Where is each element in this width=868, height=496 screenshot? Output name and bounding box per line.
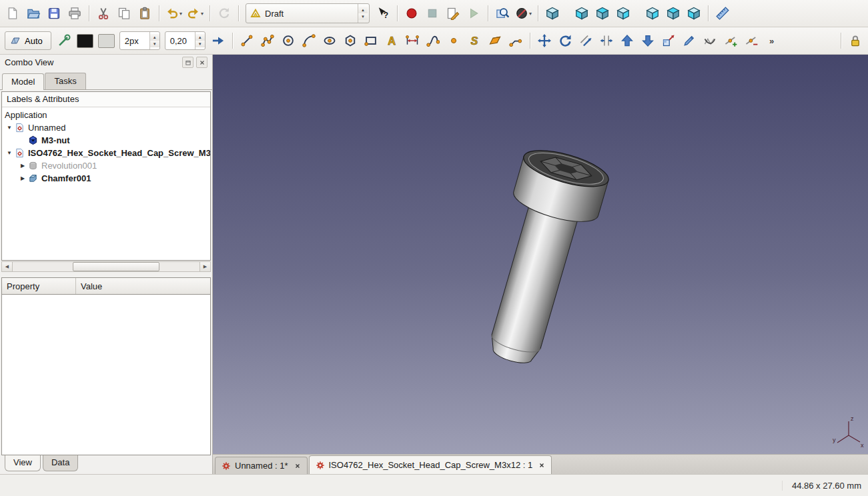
tree-item-iso4762-hex-socket-head-cap-screw-m3x12[interactable]: ▼ISO4762_Hex_Socket_Head_Cap_Screw_M3x12 — [2, 147, 210, 159]
print-button[interactable] — [65, 3, 85, 24]
expander-icon[interactable]: ▼ — [5, 150, 14, 156]
tree-item-application[interactable]: Application — [2, 109, 210, 121]
tree-item-revolution001[interactable]: ▶Revolution001 — [2, 159, 210, 172]
tree-item-m3-nut[interactable]: M3-nut — [2, 134, 210, 147]
tree-item-unnamed[interactable]: ▼Unnamed — [2, 121, 210, 134]
line-width-spinbox[interactable]: 2px▲▼ — [119, 31, 160, 50]
tree-item-chamfer001[interactable]: ▶Chamfer001 — [2, 172, 210, 185]
draft-offset-button[interactable] — [576, 30, 596, 51]
draft-downgrade-button[interactable] — [638, 30, 658, 51]
close-tab-button[interactable] — [294, 463, 301, 469]
draft-move-button[interactable] — [534, 30, 554, 51]
save-button[interactable] — [44, 3, 64, 24]
draft-wire-button[interactable] — [258, 30, 278, 51]
undo-button[interactable]: ▾ — [163, 3, 184, 24]
measure-distance-button[interactable] — [713, 3, 733, 24]
construction-mode-button[interactable] — [54, 30, 74, 51]
draft-text-button[interactable]: A — [382, 30, 402, 51]
draft-label-button[interactable] — [506, 30, 526, 51]
macro-stop-button[interactable] — [422, 3, 442, 24]
close-panel-button[interactable] — [196, 57, 207, 68]
redo-button[interactable]: ▾ — [185, 3, 205, 24]
dropdown-caret-icon[interactable]: ▾ — [201, 11, 203, 17]
draw-style-button[interactable]: ▾ — [513, 3, 534, 24]
document-tab-iso4762-hex-socket-head-cap-screw-m3x12-1[interactable]: ISO4762_Hex_Socket_Head_Cap_Screw_M3x12 … — [309, 455, 552, 474]
draft-polygon-button[interactable] — [340, 30, 360, 51]
spin-arrows-icon[interactable]: ▲▼ — [149, 32, 159, 49]
tab-data[interactable]: Data — [43, 455, 78, 471]
draft-ellipse-button[interactable] — [320, 30, 340, 51]
draft-rotate-button[interactable] — [555, 30, 575, 51]
document-tab-unnamed-1[interactable]: Unnamed : 1* — [215, 457, 308, 474]
view-axonometric-button[interactable] — [542, 3, 562, 24]
apply-style-button[interactable] — [208, 30, 228, 51]
refresh-button[interactable] — [214, 3, 234, 24]
tab-view[interactable]: View — [5, 455, 41, 471]
draft-rectangle-button[interactable] — [361, 30, 381, 51]
working-plane-button[interactable]: Auto — [5, 31, 51, 50]
dropdown-caret-icon[interactable]: ▾ — [529, 11, 532, 17]
copy-button[interactable] — [114, 3, 134, 24]
view-right-button[interactable] — [613, 3, 633, 24]
macro-edit-button[interactable] — [443, 3, 463, 24]
panel-splitter[interactable] — [0, 272, 212, 277]
font-size-spinbox[interactable]: 0,20▲▼ — [165, 31, 205, 50]
spin-arrows-icon[interactable]: ▲▼ — [358, 4, 368, 23]
spin-arrows-icon[interactable]: ▲▼ — [195, 32, 205, 49]
scroll-right-button[interactable]: ▶ — [199, 262, 210, 271]
draft-shapestring-button[interactable]: S — [464, 30, 484, 51]
draft-point-button[interactable] — [444, 30, 464, 51]
dropdown-caret-icon[interactable]: ▾ — [179, 11, 182, 17]
paste-button[interactable] — [135, 3, 155, 24]
draft-wire-to-bspline-button[interactable] — [700, 30, 720, 51]
draft-scale-button[interactable] — [659, 30, 679, 51]
fit-all-button[interactable] — [492, 3, 512, 24]
scrollbar-thumb[interactable] — [73, 262, 160, 271]
tree-horizontal-scrollbar[interactable]: ◀ ▶ — [1, 261, 211, 272]
tab-model[interactable]: Model — [2, 73, 44, 90]
draft-edit-button[interactable] — [679, 30, 699, 51]
macro-record-button[interactable] — [402, 3, 422, 24]
draft-trimex-button[interactable] — [596, 30, 616, 51]
close-tab-button[interactable] — [538, 462, 545, 469]
lock-toolbars-button[interactable] — [845, 30, 865, 51]
scrollbar-track[interactable] — [13, 262, 199, 271]
tab-tasks[interactable]: Tasks — [45, 73, 85, 89]
property-editor[interactable] — [1, 295, 211, 455]
view-left-button[interactable] — [684, 3, 704, 24]
draft-dimension-button[interactable] — [402, 30, 422, 51]
face-color-swatch[interactable] — [98, 34, 115, 48]
draft-line-button[interactable] — [237, 30, 257, 51]
expander-icon[interactable]: ▼ — [5, 125, 14, 131]
view-rear-button[interactable] — [642, 3, 663, 24]
view-bottom-button[interactable] — [663, 3, 683, 24]
float-panel-button[interactable] — [182, 57, 193, 68]
draft-bspline-button[interactable] — [423, 30, 443, 51]
viewport-3d[interactable]: z y x — [213, 55, 868, 454]
screw-3d-model[interactable] — [213, 55, 868, 454]
whats-this-button[interactable]: ? — [373, 3, 393, 24]
draft-arc-button[interactable] — [299, 30, 319, 51]
value-column-header[interactable]: Value — [76, 278, 107, 294]
expander-icon[interactable]: ▶ — [18, 175, 27, 181]
draft-circle-button[interactable] — [278, 30, 298, 51]
toolbar-draft: Auto2px▲▼0,20▲▼AS» — [0, 27, 868, 55]
view-top-button[interactable] — [592, 3, 612, 24]
open-document-button[interactable] — [23, 3, 43, 24]
new-document-button[interactable] — [3, 3, 23, 24]
draft-upgrade-button[interactable] — [617, 30, 637, 51]
scroll-left-button[interactable]: ◀ — [2, 262, 13, 271]
toolbar-overflow-button[interactable]: » — [762, 30, 782, 51]
combo-view-titlebar[interactable]: Combo View — [0, 55, 212, 70]
draft-remove-point-button[interactable] — [741, 30, 761, 51]
macro-play-button[interactable] — [464, 3, 484, 24]
expander-icon[interactable]: ▶ — [18, 163, 27, 169]
cut-button[interactable] — [93, 3, 113, 24]
workbench-selector[interactable]: Draft▲▼ — [246, 3, 370, 23]
view-front-button[interactable] — [572, 3, 592, 24]
line-color-swatch[interactable] — [77, 34, 93, 48]
property-column-header[interactable]: Property — [2, 278, 76, 294]
draft-facebinder-button[interactable] — [485, 30, 505, 51]
draft-add-point-button[interactable] — [721, 30, 741, 51]
working-plane-button-label: Auto — [25, 36, 43, 46]
